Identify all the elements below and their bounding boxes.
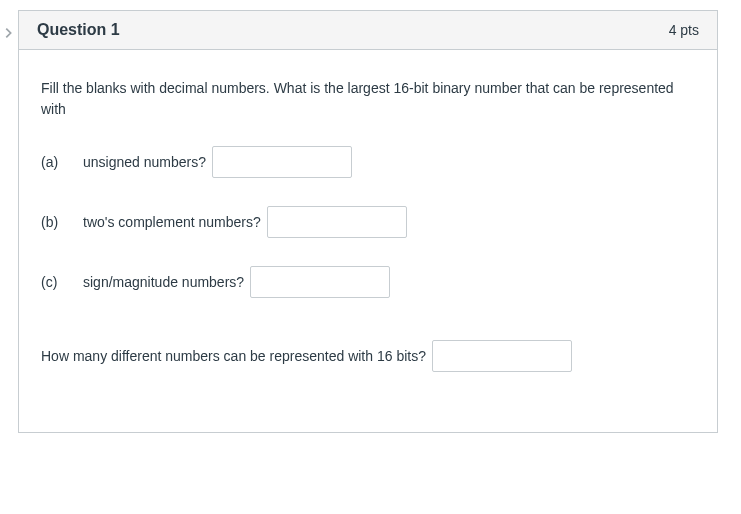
sub-question-b: (b) two's complement numbers? bbox=[41, 206, 695, 238]
answer-input-a[interactable] bbox=[212, 146, 352, 178]
answer-input-final[interactable] bbox=[432, 340, 572, 372]
answer-input-c[interactable] bbox=[250, 266, 390, 298]
sub-text: unsigned numbers? bbox=[83, 152, 206, 173]
question-body: Fill the blanks with decimal numbers. Wh… bbox=[19, 50, 717, 432]
sub-label: (a) bbox=[41, 152, 83, 173]
question-points: 4 pts bbox=[669, 22, 699, 38]
sub-question-c: (c) sign/magnitude numbers? bbox=[41, 266, 695, 298]
final-question-text: How many different numbers can be repres… bbox=[41, 346, 426, 367]
sub-label: (b) bbox=[41, 212, 83, 233]
sub-text: sign/magnitude numbers? bbox=[83, 272, 244, 293]
sub-text: two's complement numbers? bbox=[83, 212, 261, 233]
sub-question-a: (a) unsigned numbers? bbox=[41, 146, 695, 178]
sub-label: (c) bbox=[41, 272, 83, 293]
question-header: Question 1 4 pts bbox=[19, 11, 717, 50]
answer-input-b[interactable] bbox=[267, 206, 407, 238]
question-prompt: Fill the blanks with decimal numbers. Wh… bbox=[41, 78, 695, 120]
question-title: Question 1 bbox=[37, 21, 120, 39]
question-container: Question 1 4 pts Fill the blanks with de… bbox=[18, 10, 718, 433]
final-question: How many different numbers can be repres… bbox=[41, 340, 695, 372]
collapse-icon[interactable] bbox=[1, 26, 15, 40]
